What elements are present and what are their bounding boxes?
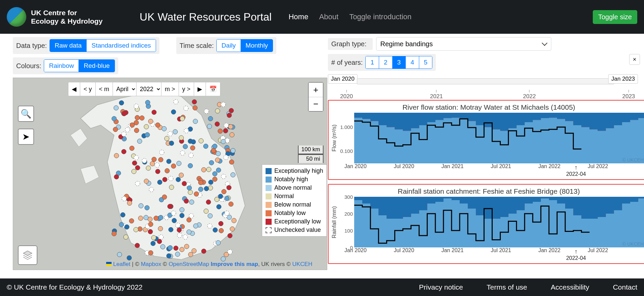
svg-point-249 bbox=[149, 187, 154, 192]
date-next-year[interactable]: y > bbox=[179, 82, 194, 96]
org-line1: UK Centre for bbox=[31, 8, 102, 17]
svg-point-190 bbox=[127, 201, 132, 206]
triangle-right-icon: ▶ bbox=[197, 85, 202, 93]
svg-point-231 bbox=[169, 185, 174, 190]
close-icon: × bbox=[633, 56, 637, 63]
svg-point-161 bbox=[213, 144, 217, 149]
date-step-first[interactable]: ◀ bbox=[68, 82, 80, 96]
svg-point-143 bbox=[194, 192, 199, 196]
map[interactable]: 🔍 ➤ + − ◀ < y < m April 2022 m bbox=[13, 78, 327, 270]
timeline-start-badge[interactable]: Jan 2020 bbox=[328, 74, 358, 84]
years-1[interactable]: 1 bbox=[366, 56, 379, 69]
svg-point-102 bbox=[209, 160, 214, 165]
svg-point-104 bbox=[198, 187, 203, 192]
improve-map-link[interactable]: Improve this map bbox=[211, 261, 258, 267]
svg-point-53 bbox=[229, 160, 234, 164]
svg-point-232 bbox=[175, 252, 180, 257]
osm-link[interactable]: OpenStreetMap bbox=[168, 261, 209, 267]
svg-point-145 bbox=[168, 131, 173, 136]
nav-toggle-intro[interactable]: Toggle introduction bbox=[349, 12, 411, 21]
date-calendar-button[interactable]: 📅 bbox=[206, 82, 220, 96]
timeline[interactable]: Jan 2020 Jan 2023 2020 2021 2022 2023 bbox=[328, 74, 638, 100]
svg-point-173 bbox=[179, 173, 184, 178]
svg-point-42 bbox=[144, 125, 149, 129]
data-type-std[interactable]: Standardised indices bbox=[86, 39, 155, 52]
svg-point-91 bbox=[183, 144, 188, 149]
colour-rainbow[interactable]: Rainbow bbox=[44, 60, 79, 72]
nav-about[interactable]: About bbox=[319, 12, 339, 21]
svg-point-61 bbox=[218, 221, 223, 226]
svg-point-230 bbox=[127, 255, 131, 260]
footer-privacy[interactable]: Privacy notice bbox=[419, 283, 463, 291]
map-layers-button[interactable] bbox=[18, 245, 37, 265]
svg-point-33 bbox=[189, 153, 193, 158]
date-next-month[interactable]: m > bbox=[161, 82, 179, 96]
nav-home[interactable]: Home bbox=[288, 12, 308, 21]
app-title: UK Water Resources Portal bbox=[140, 11, 272, 23]
legend-below: Below normal bbox=[274, 201, 311, 208]
svg-point-82 bbox=[123, 235, 128, 239]
svg-point-2 bbox=[180, 213, 184, 218]
scale-mi: 50 mi bbox=[298, 154, 324, 163]
date-month-select[interactable]: April bbox=[113, 82, 136, 96]
colour-redblue[interactable]: Red-blue bbox=[79, 60, 114, 72]
leaflet-link[interactable]: Leaflet bbox=[113, 261, 130, 267]
graph-type-select[interactable]: Regime bandings bbox=[376, 37, 551, 51]
ukceh-link[interactable]: UKCEH bbox=[292, 261, 312, 267]
svg-point-4 bbox=[202, 249, 206, 253]
svg-point-246 bbox=[122, 132, 126, 136]
svg-point-234 bbox=[193, 119, 198, 124]
svg-point-111 bbox=[113, 127, 118, 132]
svg-point-117 bbox=[180, 208, 184, 212]
svg-point-99 bbox=[199, 138, 204, 143]
legend-not-low: Notably low bbox=[274, 210, 306, 217]
zoom-out-button[interactable]: − bbox=[309, 97, 323, 111]
mapbox-link[interactable]: Mapbox bbox=[141, 261, 161, 267]
svg-point-209 bbox=[172, 218, 177, 223]
map-zoom-control: + − bbox=[308, 82, 324, 112]
svg-point-188 bbox=[184, 106, 188, 111]
timeline-bar[interactable] bbox=[357, 78, 614, 84]
svg-point-236 bbox=[191, 139, 196, 144]
time-scale-daily[interactable]: Daily bbox=[217, 39, 240, 52]
date-prev-year[interactable]: < y bbox=[80, 82, 96, 96]
years-2[interactable]: 2 bbox=[379, 56, 392, 69]
y-axis: 0.1001.000 bbox=[337, 113, 354, 163]
svg-point-89 bbox=[213, 171, 217, 176]
svg-point-107 bbox=[155, 123, 160, 128]
toggle-size-button[interactable]: Toggle size bbox=[593, 10, 637, 24]
org-name: UK Centre for Ecology & Hydrology bbox=[31, 8, 102, 25]
svg-point-79 bbox=[135, 165, 140, 170]
svg-point-87 bbox=[151, 241, 155, 246]
time-scale-monthly[interactable]: Monthly bbox=[241, 39, 273, 52]
svg-point-205 bbox=[179, 135, 184, 140]
footer-terms[interactable]: Terms of use bbox=[487, 283, 527, 291]
data-type-raw[interactable]: Raw data bbox=[50, 39, 86, 52]
svg-point-244 bbox=[218, 194, 223, 199]
svg-point-83 bbox=[176, 177, 181, 182]
svg-point-1 bbox=[219, 228, 223, 233]
date-year-select[interactable]: 2022 bbox=[136, 82, 161, 96]
footer: © UK Centre for Ecology & Hydrology 2022… bbox=[0, 278, 644, 296]
footer-accessibility[interactable]: Accessibility bbox=[551, 283, 589, 291]
svg-point-21 bbox=[150, 161, 155, 166]
years-3[interactable]: 3 bbox=[392, 56, 406, 69]
years-5[interactable]: 5 bbox=[419, 56, 432, 69]
date-prev-month[interactable]: < m bbox=[96, 82, 113, 96]
footer-contact[interactable]: Contact bbox=[613, 283, 637, 291]
map-search-button[interactable]: 🔍 bbox=[18, 106, 34, 122]
map-locate-button[interactable]: ➤ bbox=[18, 129, 34, 145]
svg-point-171 bbox=[213, 227, 218, 232]
svg-point-128 bbox=[139, 204, 143, 208]
svg-point-164 bbox=[184, 244, 189, 249]
svg-point-245 bbox=[157, 180, 162, 185]
zoom-in-button[interactable]: + bbox=[309, 83, 323, 97]
date-step-last[interactable]: ▶ bbox=[194, 82, 206, 96]
close-panel-button[interactable]: × bbox=[629, 54, 640, 65]
years-4[interactable]: 4 bbox=[405, 56, 419, 69]
svg-point-243 bbox=[166, 159, 171, 164]
attrib-rivers: , UK rivers © bbox=[258, 261, 292, 267]
svg-point-95 bbox=[216, 168, 221, 172]
svg-point-141 bbox=[144, 179, 149, 184]
timeline-end-badge[interactable]: Jan 2023 bbox=[608, 74, 638, 84]
